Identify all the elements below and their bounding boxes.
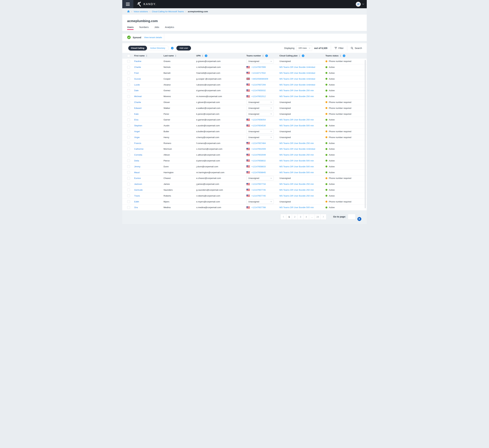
teams-number-link[interactable]: +12147655032 xyxy=(251,89,266,92)
teams-number-link[interactable]: +4402056569309 xyxy=(251,78,268,80)
first-name-link[interactable]: Fred xyxy=(134,72,139,74)
tab-numbers[interactable]: Numbers xyxy=(139,26,149,30)
cloud-calling-plan-link[interactable]: MS Teams DR User Bundle 250 min xyxy=(279,118,314,121)
first-name-link[interactable]: Stephen xyxy=(134,124,142,127)
first-name-link[interactable]: Gussie xyxy=(134,78,141,80)
first-name-link[interactable]: Edward xyxy=(134,107,141,109)
tab-jobs[interactable]: Jobs xyxy=(154,26,159,30)
teams-number-link[interactable]: +12147657735 xyxy=(251,189,266,191)
first-name-link[interactable]: Dale xyxy=(134,89,139,92)
teams-number-dropdown[interactable]: Unassigned xyxy=(246,129,274,134)
teams-number-link[interactable]: +12147657294 xyxy=(251,83,266,86)
row-checkbox[interactable] xyxy=(127,194,130,197)
info-icon[interactable]: i xyxy=(205,55,207,57)
toggle-info-icon[interactable]: i xyxy=(171,47,173,50)
first-name-link[interactable]: Edith xyxy=(134,200,139,203)
cloud-calling-plan-link[interactable]: MS Teams DR User Bundle Unlimited xyxy=(279,72,315,74)
teams-number-dropdown[interactable]: Unassigned xyxy=(246,59,274,63)
cloud-calling-plan-link[interactable]: MS Teams DR User Bundle 250 min xyxy=(279,154,314,156)
tab-users[interactable]: Users xyxy=(127,26,133,30)
info-icon[interactable]: i xyxy=(302,55,304,57)
cloud-calling-plan-link[interactable]: MS Teams DR User Bundle 250 min xyxy=(279,95,314,98)
sort-control[interactable] xyxy=(299,55,300,57)
breadcrumb-link-voice-solutions[interactable]: Voice solutions xyxy=(134,10,148,13)
home-icon[interactable] xyxy=(127,10,130,13)
cloud-calling-plan-link[interactable]: MS Teams DR User Bundle 500 min xyxy=(279,206,314,209)
first-name-link[interactable]: Delia xyxy=(134,159,139,162)
first-name-link[interactable]: Gertrude xyxy=(134,189,143,191)
teams-number-dropdown[interactable]: Unassigned xyxy=(246,106,274,110)
row-checkbox[interactable] xyxy=(127,206,130,209)
teams-number-link[interactable]: +12147657734 xyxy=(251,183,266,185)
toggle-active-directory[interactable]: Active Directory xyxy=(147,47,168,49)
search-button[interactable]: Search xyxy=(351,47,362,50)
tab-analytics[interactable]: Analytics xyxy=(165,26,174,30)
cloud-calling-plan-link[interactable]: MS Teams DR User Bundle 250 min xyxy=(279,142,314,144)
first-name-link[interactable]: Charlie xyxy=(134,66,141,68)
first-name-link[interactable]: Pauline xyxy=(134,60,141,62)
cloud-calling-plan-link[interactable]: MS Teams DR User Bundle 250 min xyxy=(279,189,314,191)
cloud-calling-plan-link[interactable]: MS Teams DR User Bundle 500 min xyxy=(279,159,314,162)
teams-number-dropdown[interactable]: Unassigned xyxy=(246,199,274,204)
cloud-calling-plan-link[interactable]: MS Teams DR User Bundle 500 min xyxy=(279,165,314,168)
teams-number-dropdown[interactable]: Unassigned xyxy=(246,176,274,180)
teams-number-link[interactable]: +12147657788 xyxy=(251,206,266,209)
cloud-calling-plan-link[interactable]: MS Teams DR User Bundle 500 min xyxy=(279,171,314,174)
cloud-calling-plan-link[interactable]: MS Teams DR User Bundle 250 min xyxy=(279,195,314,197)
row-checkbox[interactable] xyxy=(127,112,130,115)
teams-number-link[interactable]: +12147654530 xyxy=(251,124,266,127)
filter-button[interactable]: Filter xyxy=(334,47,343,50)
teams-number-link[interactable]: +12147658833 xyxy=(251,165,266,168)
first-name-link[interactable]: Jackson xyxy=(134,183,142,185)
avatar-chevron-down-icon[interactable] xyxy=(362,3,364,5)
view-tenant-details-link[interactable]: View tenant details xyxy=(144,36,162,39)
first-name-link[interactable]: Jimmy xyxy=(134,165,140,168)
page-ellipsis[interactable]: ... xyxy=(309,214,315,220)
first-name-link[interactable]: Lucile xyxy=(134,83,140,86)
hamburger-menu-button[interactable] xyxy=(122,0,133,8)
row-checkbox[interactable] xyxy=(127,159,130,162)
cloud-calling-plan-link[interactable]: MS Teams DR User Bundle 500 min xyxy=(279,124,314,127)
next-page-button[interactable] xyxy=(321,214,326,220)
info-icon[interactable]: i xyxy=(265,55,268,57)
sort-control[interactable] xyxy=(175,55,176,57)
teams-number-link[interactable]: +12147656054 xyxy=(251,118,266,121)
cloud-calling-plan-link[interactable]: MS Teams DR User Bundle 250 min xyxy=(279,183,314,185)
toggle-cloud-calling[interactable]: Cloud Calling xyxy=(128,46,147,50)
first-name-link[interactable]: Catherine xyxy=(134,148,144,150)
row-checkbox[interactable] xyxy=(127,183,130,186)
add-user-button[interactable]: Add user xyxy=(176,46,191,50)
cloud-calling-plan-link[interactable]: MS Teams DR User Bundle Unlimited xyxy=(279,148,315,150)
row-checkbox[interactable] xyxy=(127,177,130,180)
teams-number-link[interactable]: +12147658845 xyxy=(251,171,266,174)
first-name-link[interactable]: Ora xyxy=(134,206,138,209)
row-checkbox[interactable] xyxy=(127,77,130,80)
row-checkbox[interactable] xyxy=(127,83,130,86)
teams-number-dropdown[interactable]: Unassigned xyxy=(246,100,274,104)
teams-number-link[interactable]: +12147652012 xyxy=(251,95,266,98)
first-name-link[interactable]: Francis xyxy=(134,142,141,144)
row-checkbox[interactable] xyxy=(127,101,130,104)
first-name-link[interactable]: Eunice xyxy=(134,177,141,179)
prev-page-button[interactable] xyxy=(281,214,286,220)
row-checkbox[interactable] xyxy=(127,72,130,74)
cloud-calling-plan-link[interactable]: MS Teams DR User Bundle Unlimited xyxy=(279,78,315,80)
teams-number-link[interactable]: +12147657484 xyxy=(251,142,266,144)
page-button-24[interactable]: 24 xyxy=(315,214,321,220)
row-checkbox[interactable] xyxy=(127,107,130,109)
page-button-2[interactable]: 2 xyxy=(292,214,298,220)
goto-page-input[interactable] xyxy=(348,214,356,219)
teams-number-link[interactable]: +12147657745 xyxy=(251,195,266,197)
row-checkbox[interactable] xyxy=(127,200,130,203)
first-name-link[interactable]: Maud xyxy=(134,171,139,174)
cloud-calling-plan-link[interactable]: MS Teams DR User Bundle Unlimited xyxy=(279,66,315,68)
avatar[interactable]: JP xyxy=(356,2,361,7)
goto-page-button[interactable] xyxy=(357,217,361,221)
row-checkbox[interactable] xyxy=(127,188,130,191)
row-checkbox[interactable] xyxy=(127,136,130,139)
row-checkbox[interactable] xyxy=(127,66,130,69)
sort-control[interactable] xyxy=(262,55,264,57)
first-name-link[interactable]: Kate xyxy=(134,113,139,115)
first-name-link[interactable]: Cornelia xyxy=(134,154,142,156)
teams-number-link[interactable]: +12147652009 xyxy=(251,148,266,150)
